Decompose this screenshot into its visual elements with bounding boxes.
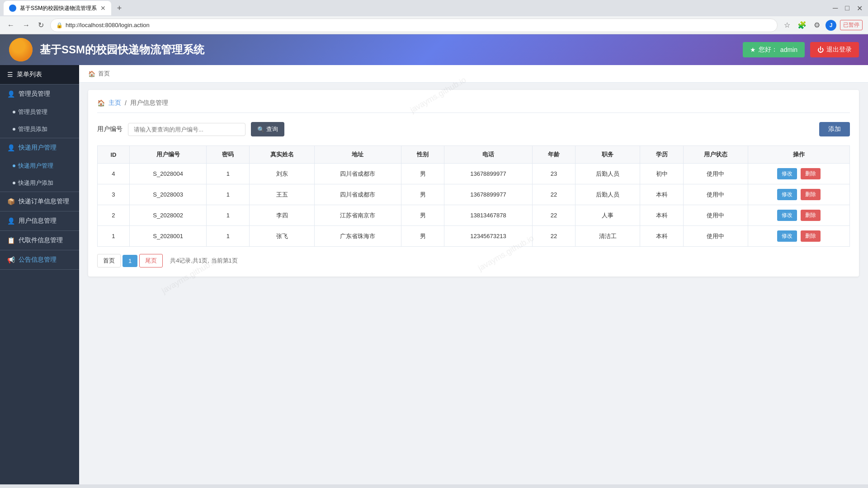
bullet-icon bbox=[13, 128, 15, 131]
page-card: 🏠 主页 / 用户信息管理 用户编号 🔍 查询 bbox=[88, 90, 859, 277]
cell-phone: 12345673213 bbox=[444, 226, 533, 247]
col-education: 学历 bbox=[640, 146, 683, 164]
app-body: ☰ 菜单列表 👤 管理员管理 管理员管理 管理员添加 bbox=[0, 65, 868, 484]
col-address: 地址 bbox=[315, 146, 401, 164]
cell-user-no: S_2028003 bbox=[129, 184, 207, 205]
cell-name: 刘东 bbox=[250, 164, 315, 184]
logo-image bbox=[9, 38, 33, 61]
app-container: 基于SSM的校园快递物流管理系统 ★ 您好： admin ⏻ 退出登录 ☰ 菜单… bbox=[0, 34, 868, 484]
delete-button[interactable]: 删除 bbox=[801, 230, 821, 242]
cell-status: 使用中 bbox=[683, 184, 748, 205]
sidebar-section-user: 👤 快递用户管理 快递用户管理 快递用户添加 bbox=[0, 138, 79, 192]
pagination: 首页 1 尾页 共4记录,共1页, 当前第1页 bbox=[97, 254, 850, 267]
sidebar-item-user-add[interactable]: 快递用户添加 bbox=[0, 174, 79, 192]
order-icon: 📦 bbox=[7, 198, 15, 205]
col-user-no: 用户编号 bbox=[129, 146, 207, 164]
last-page-button[interactable]: 尾页 bbox=[139, 254, 163, 267]
cell-id: 1 bbox=[98, 226, 130, 247]
active-tab[interactable]: 基于SSM的校园快递物流管理系 ✕ bbox=[4, 1, 111, 15]
edit-button[interactable]: 修改 bbox=[777, 210, 797, 221]
separator: / bbox=[125, 99, 127, 107]
url-input[interactable]: 🔒 http://localhost:8080/login.action bbox=[50, 19, 778, 32]
sidebar-notice-title[interactable]: 📢 公告信息管理 bbox=[0, 250, 79, 269]
user-profile-button[interactable]: J bbox=[826, 20, 836, 31]
home-icon: 🏠 bbox=[88, 70, 95, 77]
cell-position: 人事 bbox=[575, 205, 640, 226]
close-button[interactable]: ✕ bbox=[855, 2, 864, 14]
sidebar-pickup-title[interactable]: 📋 代取件信息管理 bbox=[0, 231, 79, 250]
cell-user-no: S_2028004 bbox=[129, 164, 207, 184]
cell-phone: 13678899977 bbox=[444, 184, 533, 205]
home-label: 首页 bbox=[98, 70, 110, 78]
table-row: 1 S_2028001 1 张飞 广东省珠海市 男 12345673213 22… bbox=[98, 226, 850, 247]
person-icon: 👤 bbox=[7, 144, 15, 151]
cell-user-no: S_2028002 bbox=[129, 205, 207, 226]
sidebar-userinfo-title[interactable]: 👤 用户信息管理 bbox=[0, 211, 79, 230]
minimize-button[interactable]: ─ bbox=[831, 2, 840, 14]
bookmark-icon[interactable]: ☆ bbox=[782, 19, 792, 31]
col-id: ID bbox=[98, 146, 130, 164]
cell-user-no: S_2028001 bbox=[129, 226, 207, 247]
cell-password: 1 bbox=[207, 164, 250, 184]
tab-close-button[interactable]: ✕ bbox=[100, 5, 106, 12]
content-area: 🏠 主页 / 用户信息管理 用户编号 🔍 查询 bbox=[79, 83, 868, 284]
first-page-button[interactable]: 首页 bbox=[97, 254, 121, 267]
home-nav-link[interactable]: 主页 bbox=[108, 99, 121, 107]
user-icon: 👤 bbox=[7, 217, 15, 225]
search-label: 用户编号 bbox=[97, 125, 123, 133]
sidebar-section-userinfo: 👤 用户信息管理 bbox=[0, 211, 79, 231]
cell-gender: 男 bbox=[401, 226, 444, 247]
col-action: 操作 bbox=[748, 146, 850, 164]
page-info: 共4记录,共1页, 当前第1页 bbox=[170, 257, 238, 265]
logout-icon: ⏻ bbox=[817, 46, 824, 53]
new-tab-button[interactable]: + bbox=[113, 2, 126, 14]
home-nav-icon: 🏠 bbox=[97, 99, 105, 107]
sidebar-item-admin-list[interactable]: 管理员管理 bbox=[0, 103, 79, 121]
edit-button[interactable]: 修改 bbox=[777, 230, 797, 242]
url-text: http://localhost:8080/login.action bbox=[66, 22, 150, 28]
sidebar: ☰ 菜单列表 👤 管理员管理 管理员管理 管理员添加 bbox=[0, 65, 79, 484]
search-input[interactable] bbox=[128, 123, 245, 136]
cell-education: 本科 bbox=[640, 205, 683, 226]
edit-button[interactable]: 修改 bbox=[777, 168, 797, 179]
logout-button[interactable]: ⏻ 退出登录 bbox=[810, 42, 859, 57]
edit-button[interactable]: 修改 bbox=[777, 189, 797, 200]
add-button[interactable]: 添加 bbox=[819, 122, 850, 136]
extension-icon[interactable]: 🧩 bbox=[796, 19, 808, 31]
delete-button[interactable]: 删除 bbox=[801, 189, 821, 200]
maximize-button[interactable]: □ bbox=[843, 2, 851, 14]
delete-button[interactable]: 删除 bbox=[801, 168, 821, 179]
page-1-button[interactable]: 1 bbox=[123, 255, 137, 267]
cell-gender: 男 bbox=[401, 164, 444, 184]
col-gender: 性别 bbox=[401, 146, 444, 164]
sidebar-user-title[interactable]: 👤 快递用户管理 bbox=[0, 138, 79, 157]
cell-status: 使用中 bbox=[683, 226, 748, 247]
menu-icon: ☰ bbox=[7, 71, 13, 78]
sidebar-admin-title[interactable]: 👤 管理员管理 bbox=[0, 84, 79, 103]
sidebar-item-admin-add[interactable]: 管理员添加 bbox=[0, 121, 79, 138]
address-bar: ← → ↻ 🔒 http://localhost:8080/login.acti… bbox=[0, 16, 868, 34]
current-page-label: 用户信息管理 bbox=[130, 99, 168, 107]
back-button[interactable]: ← bbox=[5, 19, 16, 31]
app-header: 基于SSM的校园快递物流管理系统 ★ 您好： admin ⏻ 退出登录 bbox=[0, 34, 868, 65]
forward-button[interactable]: → bbox=[21, 19, 32, 31]
table-header-row: ID 用户编号 密码 真实姓名 地址 性别 电话 年龄 职务 学历 bbox=[98, 146, 850, 164]
reload-button[interactable]: ↻ bbox=[36, 19, 46, 31]
user-info-button[interactable]: ★ 您好： admin bbox=[743, 42, 805, 57]
sidebar-item-user-list[interactable]: 快递用户管理 bbox=[0, 157, 79, 174]
cell-address: 江苏省南京市 bbox=[315, 205, 401, 226]
cell-id: 3 bbox=[98, 184, 130, 205]
cell-gender: 男 bbox=[401, 205, 444, 226]
notice-icon: 📢 bbox=[7, 256, 15, 263]
settings-icon[interactable]: ⚙ bbox=[812, 19, 822, 31]
cell-action: 修改 删除 bbox=[748, 184, 850, 205]
cell-age: 22 bbox=[532, 226, 575, 247]
cell-password: 1 bbox=[207, 184, 250, 205]
sidebar-order-title[interactable]: 📦 快递订单信息管理 bbox=[0, 192, 79, 211]
window-controls: ─ □ ✕ bbox=[831, 2, 864, 14]
delete-button[interactable]: 删除 bbox=[801, 210, 821, 221]
cell-position: 后勤人员 bbox=[575, 184, 640, 205]
search-button[interactable]: 🔍 查询 bbox=[251, 122, 284, 136]
bullet-icon bbox=[13, 182, 15, 184]
col-name: 真实姓名 bbox=[250, 146, 315, 164]
